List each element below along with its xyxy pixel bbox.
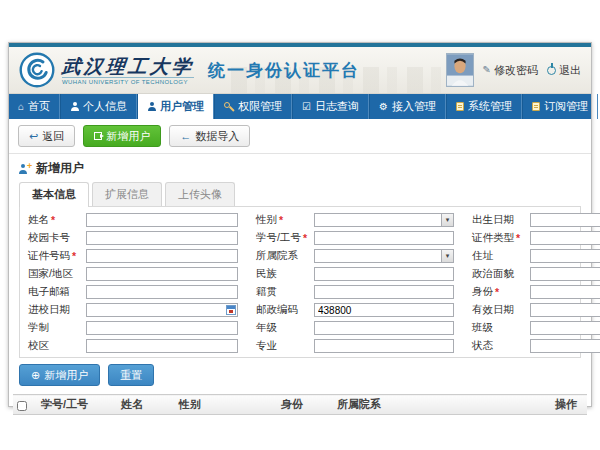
- field-label: 校区: [28, 339, 49, 353]
- back-label: 返回: [42, 129, 64, 143]
- gear-icon: ⚙: [379, 102, 388, 112]
- logout-link[interactable]: 退出: [547, 63, 581, 78]
- required-marker: *: [516, 232, 520, 244]
- nav-label: 系统管理: [468, 99, 512, 114]
- native-place-input[interactable]: [314, 285, 454, 299]
- grade-input[interactable]: [314, 321, 454, 335]
- field-label: 有效日期: [472, 303, 514, 317]
- field-label: 学号/工号: [256, 231, 301, 245]
- postal-code-input[interactable]: [314, 303, 454, 317]
- nav-tab-system-management[interactable]: 系统管理: [446, 94, 522, 119]
- tab-upload-avatar[interactable]: 上传头像: [165, 182, 235, 206]
- data-import-button[interactable]: ← 数据导入: [169, 125, 250, 147]
- field-label: 电子邮箱: [28, 285, 70, 299]
- required-marker: *: [72, 250, 76, 262]
- nav-tab-permission-management[interactable]: 权限管理: [214, 94, 292, 119]
- field-label: 出生日期: [472, 213, 514, 227]
- name-input[interactable]: [86, 213, 238, 227]
- plus-circle-icon: ⊕: [31, 370, 40, 381]
- campus-card-input[interactable]: [86, 231, 238, 245]
- user-avatar: [446, 53, 474, 87]
- valid-date-input[interactable]: [530, 303, 600, 317]
- country-input[interactable]: [86, 267, 238, 281]
- field-label: 籍贯: [256, 285, 277, 299]
- back-button[interactable]: ↩ 返回: [18, 125, 75, 147]
- page-title: 统一身份认证平台: [208, 59, 360, 82]
- export-arrow-icon: [94, 132, 102, 140]
- form-actions: ⊕ 新增用户 重置: [9, 358, 591, 392]
- nav-tab-user-management[interactable]: 用户管理: [137, 94, 214, 119]
- university-name-block: 武汉理工大学 WUHAN UNIVERSITY OF TECHNOLOGY: [62, 56, 194, 85]
- field-label: 年级: [256, 321, 277, 335]
- field-label: 专业: [256, 339, 277, 353]
- section-header: + 新增用户: [9, 154, 591, 182]
- university-name: 武汉理工大学: [61, 56, 195, 76]
- chevron-down-icon: ▾: [441, 250, 453, 262]
- calendar-icon[interactable]: [226, 305, 236, 315]
- campus-input[interactable]: [86, 339, 238, 353]
- nav-label: 权限管理: [238, 99, 282, 114]
- entry-date-input[interactable]: [86, 303, 238, 317]
- ethnicity-input[interactable]: [314, 267, 454, 281]
- field-label: 进校日期: [28, 303, 70, 317]
- add-user-toolbar-button[interactable]: 新增用户: [83, 125, 161, 147]
- nav-tab-home[interactable]: ⌂ 首页: [9, 94, 60, 119]
- university-logo-icon: [19, 52, 55, 88]
- col-operation: 操作: [551, 395, 587, 415]
- political-status-input[interactable]: [530, 267, 600, 281]
- field-label: 所属院系: [256, 249, 298, 263]
- id-type-input[interactable]: [530, 231, 600, 245]
- identity-input[interactable]: [530, 285, 600, 299]
- col-department: 所属院系: [333, 395, 551, 415]
- check-square-icon: ☑: [302, 102, 311, 112]
- back-arrow-icon: ↩: [29, 131, 38, 142]
- field-label: 邮政编码: [256, 303, 298, 317]
- email-input[interactable]: [86, 285, 238, 299]
- basic-info-panel: 姓名* 性别*▾ 出生日期 校园卡号 学号/工号* 证件类型* 证件号码* 所属…: [19, 206, 581, 358]
- user-table: 学号/工号 姓名 性别 身份 所属院系 操作: [13, 394, 587, 415]
- major-input[interactable]: [314, 339, 454, 353]
- data-import-label: 数据导入: [195, 129, 239, 143]
- field-label: 校园卡号: [28, 231, 70, 245]
- department-select[interactable]: ▾: [314, 249, 454, 263]
- select-all-checkbox[interactable]: [17, 401, 27, 411]
- nav-label: 接入管理: [392, 99, 436, 114]
- select-all-cell: [13, 395, 37, 415]
- education-length-input[interactable]: [86, 321, 238, 335]
- tab-extended-info[interactable]: 扩展信息: [92, 182, 162, 206]
- required-marker: *: [51, 214, 55, 226]
- birth-date-input[interactable]: [530, 213, 600, 227]
- class-input[interactable]: [530, 321, 600, 335]
- section-title: 新增用户: [36, 160, 84, 177]
- change-password-link[interactable]: ✎ 修改密码: [483, 63, 538, 78]
- logout-label: 退出: [559, 63, 581, 78]
- id-number-input[interactable]: [86, 249, 238, 263]
- nav-label: 个人信息: [83, 99, 127, 114]
- field-label: 住址: [472, 249, 493, 263]
- required-marker: *: [279, 214, 283, 226]
- nav-tab-personal-info[interactable]: 个人信息: [60, 94, 137, 119]
- status-input[interactable]: [530, 339, 600, 353]
- gender-select[interactable]: ▾: [314, 213, 454, 227]
- submit-add-user-button[interactable]: ⊕ 新增用户: [19, 364, 100, 386]
- address-input[interactable]: [530, 249, 600, 263]
- book-icon: [532, 102, 540, 111]
- field-label: 学制: [28, 321, 49, 335]
- nav-label: 首页: [28, 99, 50, 114]
- nav-tab-subscription-management[interactable]: 订阅管理: [522, 94, 598, 119]
- student-id-input[interactable]: [314, 231, 454, 245]
- nav-tab-access-management[interactable]: ⚙ 接入管理: [369, 94, 446, 119]
- nav-tab-log-query[interactable]: ☑ 日志查询: [292, 94, 369, 119]
- add-user-label: 新增用户: [106, 129, 150, 143]
- tab-basic-info[interactable]: 基本信息: [19, 182, 89, 207]
- header-right: ✎ 修改密码 退出: [446, 53, 581, 87]
- reset-button[interactable]: 重置: [108, 364, 154, 386]
- main-nav: ⌂ 首页 个人信息 用户管理 权限管理 ☑ 日志查询 ⚙ 接入管理 系统管理: [9, 94, 591, 119]
- pencil-icon: ✎: [483, 65, 491, 75]
- add-user-icon: +: [19, 164, 31, 174]
- user-form: 姓名* 性别*▾ 出生日期 校园卡号 学号/工号* 证件类型* 证件号码* 所属…: [28, 211, 572, 355]
- required-marker: *: [495, 286, 499, 298]
- field-label: 政治面貌: [472, 267, 514, 281]
- home-icon: ⌂: [18, 102, 24, 112]
- col-student-id: 学号/工号: [37, 395, 117, 415]
